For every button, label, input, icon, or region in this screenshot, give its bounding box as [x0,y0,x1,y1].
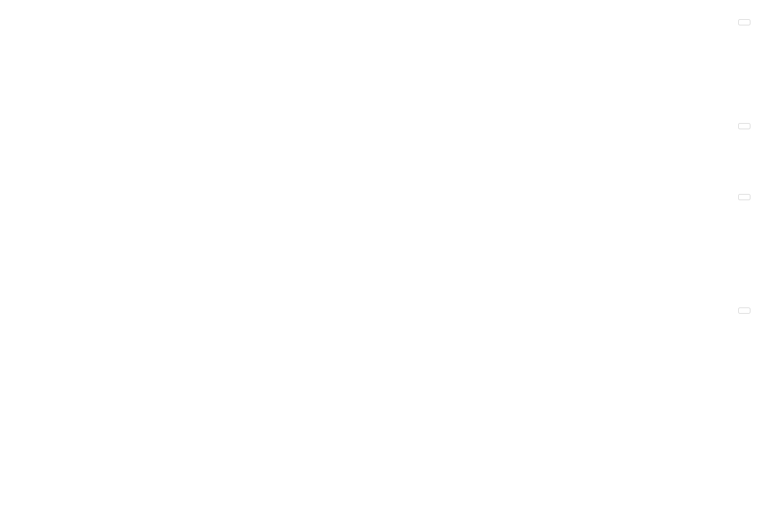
legend-point-status-mid [738,308,750,314]
figure [0,0,760,532]
legend-mag-agasc [738,19,750,25]
legend-point-status-top [738,123,750,129]
plot-canvas [0,0,760,532]
legend-mag-lines [738,194,750,200]
